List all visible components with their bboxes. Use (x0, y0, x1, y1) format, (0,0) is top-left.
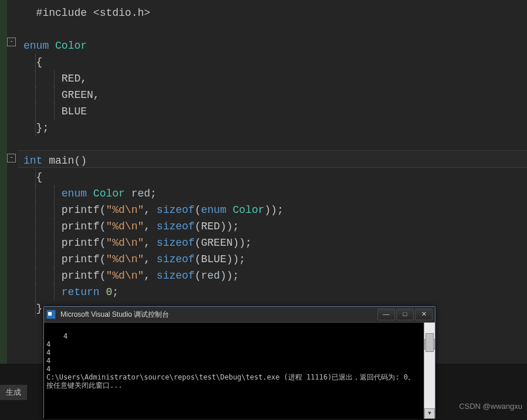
vs-icon (46, 310, 56, 319)
code-line: { (23, 169, 527, 185)
code-line: printf("%d\n", sizeof(red)); (23, 267, 527, 284)
fold-gutter: - - (7, 0, 18, 364)
minimize-button[interactable]: — (377, 309, 395, 320)
code-line: { (23, 54, 527, 70)
code-line: return 0; (23, 284, 527, 300)
code-line (23, 136, 527, 153)
code-line: printf("%d\n", sizeof(BLUE)); (23, 251, 527, 267)
maximize-button[interactable]: □ (396, 309, 414, 320)
close-button[interactable]: ✕ (415, 309, 433, 320)
console-titlebar[interactable]: Microsoft Visual Studio 调试控制台 — □ ✕ (44, 307, 435, 323)
output-tab[interactable]: 生成 (0, 385, 27, 400)
fold-toggle-enum[interactable]: - (7, 38, 16, 46)
console-title-text: Microsoft Visual Studio 调试控制台 (60, 310, 169, 320)
fold-toggle-main[interactable]: - (7, 154, 16, 162)
debug-console-window[interactable]: Microsoft Visual Studio 调试控制台 — □ ✕ 4 4 … (43, 306, 435, 419)
code-line: }; (23, 120, 527, 136)
code-line: #include <stdio.h> (23, 5, 527, 21)
scroll-down-icon[interactable]: ▼ (424, 408, 435, 419)
console-scrollbar[interactable]: ▲ ▼ (424, 323, 435, 419)
code-line: enum Color red; (23, 185, 527, 202)
code-line: printf("%d\n", sizeof(RED)); (23, 218, 527, 235)
code-line: printf("%d\n", sizeof(enum Color)); (23, 202, 527, 218)
code-line: printf("%d\n", sizeof(GREEN)); (23, 235, 527, 251)
left-indicator-bar (0, 0, 7, 364)
watermark: CSDN @wwangxu (459, 402, 522, 411)
code-line (23, 21, 527, 38)
code-line: int main() (23, 153, 527, 169)
code-line: GREEN, (23, 87, 527, 103)
console-output[interactable]: 4 4 4 4 4 C:\Users\Administrator\source\… (44, 323, 435, 419)
scroll-thumb[interactable] (425, 333, 434, 352)
code-line: enum Color (23, 38, 527, 54)
code-line: RED, (23, 70, 527, 87)
code-line: BLUE (23, 103, 527, 120)
